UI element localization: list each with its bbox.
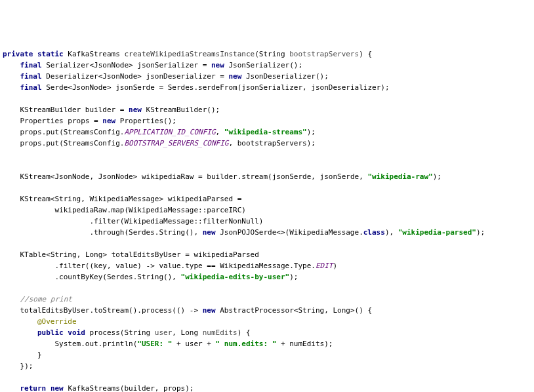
code-block: private static KafkaStreams createWikipe… <box>3 49 531 392</box>
param-type: String <box>124 328 150 337</box>
kw-final: final <box>20 72 42 81</box>
class: Serdes <box>129 228 155 237</box>
type: Serializer <box>46 61 89 69</box>
kw-new: new <box>129 106 142 114</box>
type: String <box>54 195 81 203</box>
kw-new: new <box>211 61 224 69</box>
type: WikipediaMessage <box>89 195 159 203</box>
type: JsonNode <box>54 172 89 181</box>
constant: APPLICATION_ID_CONFIG <box>124 128 215 136</box>
var: wikipediaParsed <box>168 195 233 203</box>
method: put <box>46 128 59 136</box>
type: JsonNode <box>102 72 137 81</box>
var: props <box>20 128 42 136</box>
return-type: KafkaStreams <box>68 50 119 58</box>
type: Long <box>333 306 350 315</box>
class: WikipediaMessage <box>129 206 198 214</box>
kw-class: class <box>363 228 385 237</box>
kw-final: final <box>20 61 42 69</box>
method: map <box>112 206 125 214</box>
kw-new: new <box>228 72 241 81</box>
string-literal: "wikipedia-streams" <box>224 128 307 136</box>
enum-value: EDIT <box>316 262 333 270</box>
param-type: String <box>259 50 285 58</box>
type: JsonNode <box>72 83 107 92</box>
param: numEdits <box>203 328 237 337</box>
class: StreamsConfig <box>64 139 120 147</box>
var: jsonSerde <box>115 83 155 92</box>
class: Serdes <box>168 83 194 92</box>
kw-new: new <box>102 117 115 125</box>
lambda-param: key <box>94 262 107 270</box>
var: user <box>185 340 203 348</box>
method: filter <box>94 217 120 225</box>
class: WikipediaMessage <box>220 262 289 270</box>
var: wikipediaParsed <box>194 250 258 259</box>
annotation: @Override <box>37 317 77 326</box>
type: Deserializer <box>46 72 98 81</box>
ctor: AbstractProcessor <box>220 306 294 315</box>
kw-static: static <box>37 50 64 58</box>
method: through <box>94 228 124 237</box>
method: String <box>137 273 163 281</box>
type: Serde <box>46 83 68 92</box>
field: out <box>85 340 98 348</box>
paren: ) <box>359 50 363 58</box>
var: wikipediaRaw <box>54 206 106 214</box>
enum: Type <box>294 262 312 270</box>
ctor: Properties <box>120 117 163 125</box>
var: jsonSerializer <box>137 61 198 69</box>
arg: jsonSerde <box>320 172 359 181</box>
kw-void: void <box>68 328 85 337</box>
var: wikipediaRaw <box>142 172 194 181</box>
var: builder <box>85 106 115 114</box>
method-ref: parceIRC <box>207 206 241 214</box>
paren: ( <box>255 50 259 58</box>
method: serdeFrom <box>198 83 237 92</box>
brace: { <box>367 50 372 58</box>
kw-new: new <box>203 228 216 237</box>
param-name: bootstrapServers <box>289 50 359 58</box>
class: WikipediaMessage <box>289 228 359 237</box>
var: builder <box>207 172 237 181</box>
ctor: JsonDeserializer <box>246 72 316 81</box>
method: toStream <box>94 306 129 315</box>
ctor: JsonPOJOSerde <box>220 228 276 237</box>
param: user <box>155 328 173 337</box>
type: Properties <box>20 117 64 125</box>
method: println <box>102 340 133 348</box>
kw-new: new <box>51 384 64 392</box>
arg: props <box>163 384 185 392</box>
var: props <box>68 117 89 125</box>
class: System <box>54 340 81 348</box>
lambda-param: value <box>115 262 137 270</box>
kw-return: return <box>20 384 47 392</box>
kw-private: private <box>3 50 33 58</box>
type: String <box>51 250 77 259</box>
ctor: JsonSerializer <box>228 61 289 69</box>
method: put <box>46 139 59 147</box>
kw-public: public <box>37 328 64 337</box>
type: KStream <box>20 195 51 203</box>
class: StreamsConfig <box>64 128 120 136</box>
var: numEdits <box>289 340 324 348</box>
method: String <box>159 228 185 237</box>
ctor: KafkaStreams <box>68 384 119 392</box>
var: totalEditsByUser <box>20 306 90 315</box>
var: value <box>159 262 180 270</box>
kw-final: final <box>20 83 42 92</box>
type: JsonNode <box>98 172 133 181</box>
type: Long <box>85 250 103 259</box>
method: countByKey <box>59 273 102 281</box>
var: props <box>20 139 42 147</box>
class: Serdes <box>107 273 133 281</box>
type: JsonNode <box>94 61 129 69</box>
constant: BOOTSTRAP_SERVERS_CONFIG <box>124 139 228 147</box>
method-name: createWikipediaStreamsInstance <box>124 50 255 58</box>
arg: jsonSerializer <box>241 83 302 92</box>
type: String <box>298 306 324 315</box>
arg: jsonDeserializer <box>311 83 380 92</box>
method-decl: process <box>89 328 119 337</box>
method-ref: filterNonNull <box>203 217 259 225</box>
ctor: KStreamBuilder <box>146 106 207 114</box>
